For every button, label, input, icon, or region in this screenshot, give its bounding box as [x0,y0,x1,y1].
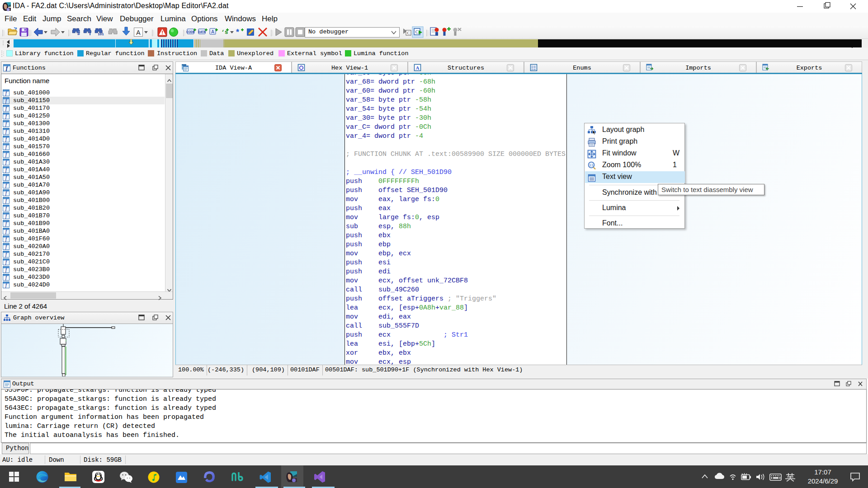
svg-text:C: C [415,29,419,34]
svg-text:1:1: 1:1 [589,164,594,167]
svg-text:101: 101 [98,32,104,36]
svg-text:#: # [77,31,80,36]
svg-text:A: A [136,29,141,36]
svg-text:*: * [236,28,239,37]
svg-text:CODE: CODE [186,30,195,33]
svg-text:A: A [211,29,214,34]
svg-text:32: 32 [7,8,9,11]
svg-text:DATA: DATA [198,30,206,33]
svg-text:C: C [407,31,410,35]
svg-text:T: T [89,31,91,36]
